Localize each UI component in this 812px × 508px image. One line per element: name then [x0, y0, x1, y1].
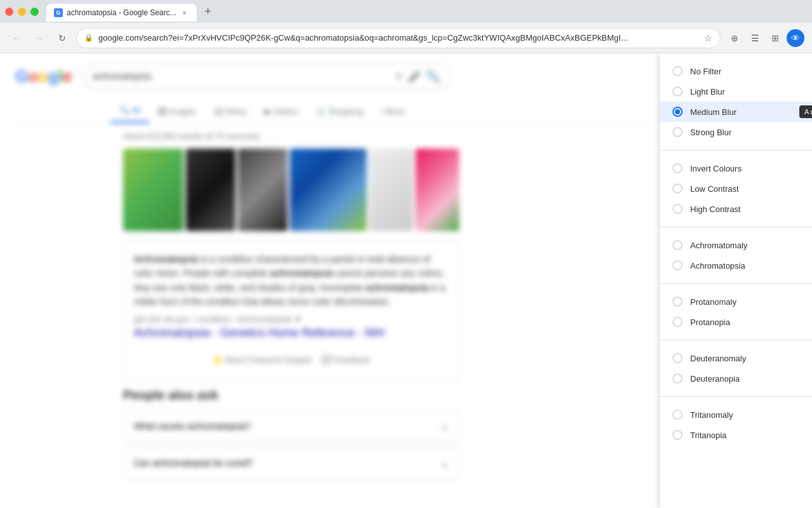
divider-5 — [660, 396, 812, 397]
window-controls — [5, 8, 39, 16]
clear-search-icon[interactable]: ✕ — [395, 71, 403, 81]
toolbar-icons: ⊕ ☰ ⊞ 👁 — [726, 29, 804, 47]
apps-icon[interactable]: ⊞ — [766, 29, 784, 47]
filter-label-protanomaly: Protanomaly — [690, 297, 737, 307]
tab-all[interactable]: 🔍 All — [110, 99, 149, 123]
search-result: Achromatopsia is a condition characteriz… — [15, 149, 459, 479]
filter-item-strong-blur[interactable]: Strong Blur — [660, 122, 812, 142]
address-bar: ← → ↻ 🔒 google.com/search?ei=7xPrXvHVCIP… — [0, 23, 812, 53]
filter-radio-deuteranomaly — [672, 353, 683, 363]
faq-item-1[interactable]: What causes achromatopsia? ⌄ — [123, 410, 459, 442]
result-image-6 — [416, 149, 459, 231]
filter-label-deuteranomaly: Deuteranomaly — [690, 354, 746, 363]
faq-chevron-2: ⌄ — [441, 458, 449, 468]
faq-question-2: Can achromatopsia be cured? — [134, 458, 253, 468]
filter-radio-deuteranopia — [672, 373, 683, 384]
voice-search-icon[interactable]: 🎤 — [408, 70, 421, 83]
contrast-filter-section: Invert Colours Low Contrast High Contras… — [660, 156, 812, 222]
about-snippet-link[interactable]: ⭐ About Featured Snippet — [213, 355, 311, 364]
filter-radio-tritanomaly — [672, 410, 683, 420]
filter-label-tritanomaly: Tritanomaly — [690, 410, 733, 420]
filter-label-tritanopia: Tritanopia — [690, 431, 726, 440]
divider-3 — [660, 283, 812, 284]
filter-radio-low-contrast — [672, 184, 683, 194]
tab-shopping[interactable]: 🛒 Shopping — [307, 99, 372, 123]
filter-item-deuteranomaly[interactable]: Deuteranomaly — [660, 348, 812, 368]
lock-icon: 🔒 — [84, 34, 93, 42]
people-also-ask-heading: People also ask — [123, 388, 459, 403]
snippet-footer: ⭐ About Featured Snippet 💬 Feedback — [134, 350, 449, 370]
filter-label-strong-blur: Strong Blur — [690, 128, 731, 137]
filter-label-protanopia: Protanopia — [690, 318, 730, 327]
tab-favicon: G — [54, 8, 63, 17]
result-image-3 — [238, 149, 287, 231]
filter-item-deuteranopia[interactable]: Deuteranopia — [660, 368, 812, 389]
result-image-4 — [290, 149, 367, 231]
maximize-window-button[interactable] — [30, 8, 39, 16]
result-link[interactable]: Achromatopsia - Genetics Home Reference … — [134, 326, 449, 340]
deutan-filter-section: Deuteranomaly Deuteranopia — [660, 345, 812, 391]
bookmark-icon[interactable]: ☆ — [704, 33, 712, 43]
blur-filter-section: No Filter Light Blur Medium Blur A mediu… — [660, 58, 812, 145]
protan-filter-section: Protanomaly Protanopia — [660, 289, 812, 335]
tab-images[interactable]: 🖼 Images — [149, 99, 204, 123]
filter-item-tritanomaly[interactable]: Tritanomaly — [660, 404, 812, 425]
tab-label: achromatopsia - Google Searc... — [67, 8, 176, 17]
filter-radio-no-filter — [672, 66, 683, 76]
divider-1 — [660, 150, 812, 150]
divider-2 — [660, 227, 812, 227]
google-search-bar[interactable]: achromatopsia ✕ 🎤 🔍 — [82, 64, 450, 89]
extensions-icon[interactable]: ⊕ — [726, 29, 743, 47]
filter-radio-light-blur — [672, 86, 683, 97]
new-tab-button[interactable]: + — [199, 3, 217, 20]
close-window-button[interactable] — [5, 8, 13, 16]
achromatopsia-filter-section: Achromatomaly Achromatopsia — [660, 232, 812, 278]
filter-label-achromatomaly: Achromatomaly — [690, 241, 747, 250]
tab-close-button[interactable]: × — [180, 8, 189, 17]
filter-item-protanopia[interactable]: Protanopia — [660, 312, 812, 332]
faq-item-2[interactable]: Can achromatopsia be cured? ⌄ — [123, 447, 459, 479]
search-query-text: achromatopsia — [93, 71, 390, 81]
filter-item-no-filter[interactable]: No Filter — [660, 61, 812, 81]
forward-button[interactable]: → — [30, 29, 48, 47]
minimize-window-button[interactable] — [18, 8, 26, 16]
back-button[interactable]: ← — [8, 29, 25, 47]
window-frame: G achromatopsia - Google Searc... × + ← … — [0, 0, 812, 508]
filter-item-tritanopia[interactable]: Tritanopia — [660, 425, 812, 445]
tab-more[interactable]: • More — [372, 99, 414, 123]
filter-item-medium-blur[interactable]: Medium Blur A medium blur of — [660, 102, 812, 122]
history-icon[interactable]: ☰ — [746, 29, 764, 47]
filter-radio-protanomaly — [672, 297, 683, 307]
result-image-1 — [123, 149, 183, 231]
filter-panel: No Filter Light Blur Medium Blur A mediu… — [660, 53, 812, 508]
search-submit-icon[interactable]: 🔍 — [426, 69, 440, 83]
filter-radio-protanopia — [672, 317, 683, 327]
filter-item-achromatopsia[interactable]: Achromatopsia — [660, 255, 812, 276]
google-logo: Google — [15, 67, 72, 86]
reload-button[interactable]: ↻ — [53, 29, 71, 47]
result-image-5 — [369, 149, 413, 231]
faq-question-1: What causes achromatopsia? — [134, 421, 251, 431]
filter-item-achromatomaly[interactable]: Achromatomaly — [660, 235, 812, 255]
filter-item-light-blur[interactable]: Light Blur — [660, 81, 812, 102]
tab-videos[interactable]: ▶ Videos — [256, 99, 307, 123]
url-bar[interactable]: 🔒 google.com/search?ei=7xPrXvHVCIPc9QP26… — [76, 28, 721, 48]
filter-item-low-contrast[interactable]: Low Contrast — [660, 178, 812, 199]
url-text: google.com/search?ei=7xPrXvHVCIPc9QP26K-… — [98, 33, 699, 43]
feedback-link[interactable]: 💬 Feedback — [322, 355, 370, 364]
browser-tab[interactable]: G achromatopsia - Google Searc... × — [46, 4, 197, 22]
filter-label-high-contrast: High Contrast — [690, 204, 740, 214]
result-url: ghr.nlm.nih.gov › condition › achromatop… — [134, 314, 449, 324]
filter-label-invert-colours: Invert Colours — [690, 164, 742, 173]
filter-radio-medium-blur — [672, 107, 683, 117]
filter-radio-high-contrast — [672, 204, 683, 214]
filter-radio-achromatomaly — [672, 240, 683, 250]
vision-simulator-button[interactable]: 👁 — [787, 29, 804, 47]
image-results — [123, 149, 459, 231]
filter-label-no-filter: No Filter — [690, 67, 721, 76]
tab-news[interactable]: 📰 News — [205, 99, 256, 123]
tab-bar: G achromatopsia - Google Searc... × + — [46, 0, 807, 23]
filter-item-high-contrast[interactable]: High Contrast — [660, 199, 812, 219]
filter-item-protanomaly[interactable]: Protanomaly — [660, 291, 812, 312]
filter-item-invert-colours[interactable]: Invert Colours — [660, 158, 812, 178]
